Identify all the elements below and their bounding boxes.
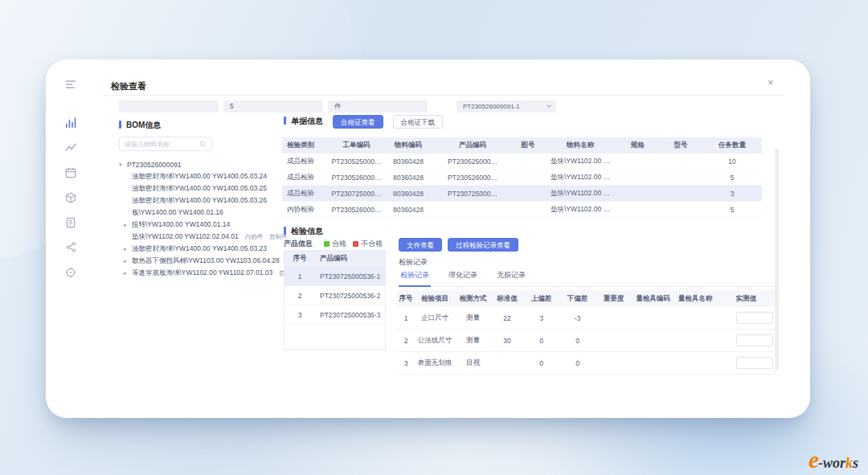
toolbar-field-1[interactable]	[119, 100, 219, 113]
table-row[interactable]: 成品检验PT230725000…80360428PT230725000…垫块\Y…	[282, 186, 762, 202]
scrollbar[interactable]	[775, 149, 779, 371]
line-chart-icon[interactable]	[64, 141, 78, 154]
table-cell: 垫块\YW1102.00 …	[545, 205, 616, 215]
document-section-title: 单据信息	[284, 116, 323, 127]
measured-value-input[interactable]	[736, 357, 773, 369]
toolbar-field-value: 件	[334, 102, 342, 110]
tree-root-label: PT230526000091	[127, 161, 182, 169]
records-tab[interactable]: 无损记录	[495, 270, 527, 286]
document-section-header: 单据信息 合格证查看 合格证下载	[284, 113, 443, 129]
table-row[interactable]: 2PT230725000536-2	[285, 286, 385, 305]
table-cell: PT230725000…	[434, 190, 511, 198]
download-certificate-button[interactable]: 合格证下载	[393, 115, 444, 129]
column-header: 量检具名称	[674, 294, 716, 304]
table-cell: 22	[491, 314, 523, 322]
logo-text: -wor	[818, 455, 845, 471]
tree-item[interactable]: 垫块\YW1102.00 YW1102.02.04.01内协件自制件	[119, 231, 304, 243]
tree-item[interactable]: 油散密封海绵\YW1400.00 YW1400.05.03.24	[119, 170, 304, 182]
target-icon[interactable]	[64, 265, 78, 279]
tree-item-label: 散热器下侧挡风棉\YW1103.00 YW1103.06.04.28	[132, 256, 280, 266]
table-cell: 公法线尺寸	[415, 336, 455, 346]
tree-item[interactable]: 油散密封海绵\YW1400.00 YW1400.05.03.26	[119, 195, 304, 207]
toolbar-field-3[interactable]: 件	[328, 100, 428, 113]
table-cell: 0	[523, 359, 559, 367]
package-icon[interactable]	[64, 190, 78, 204]
column-header: 序号	[397, 294, 415, 304]
table-cell: PT230725000536-3	[315, 311, 383, 319]
document-icon[interactable]	[64, 215, 78, 229]
table-cell: 目视	[455, 358, 491, 368]
records-tabs: 检验记录理化记录无损记录	[399, 270, 774, 287]
table-row[interactable]: 3PT230725000536-3	[285, 305, 385, 325]
toolbar-field-2[interactable]: 5	[223, 100, 323, 113]
chevron-down-icon	[547, 103, 551, 108]
tree-item[interactable]: ▸油散密封海绵\YW1400.00 YW1400.05.03.23	[119, 243, 304, 255]
column-header: 图号	[511, 141, 545, 150]
legend-item: 不合格	[353, 239, 383, 249]
column-header: 检验项目	[415, 294, 455, 304]
column-header: 下偏差	[559, 294, 596, 304]
inspection-buttons: 文件查看 过程检验记录查看	[399, 238, 518, 252]
tree-item[interactable]: ▸等速室底板海绵\YW1102.00 YW1102.07.01.03自制件	[119, 267, 304, 279]
legend-swatch	[353, 241, 358, 247]
table-row[interactable]: 成品检验PT230526000…80360428PT230526000…垫块\Y…	[282, 170, 762, 186]
table-cell: 垫块\YW1102.00 …	[545, 189, 616, 199]
tree-item-label: 等速室底板海绵\YW1102.00 YW1102.07.01.03	[132, 268, 272, 278]
table-cell	[716, 312, 776, 324]
view-certificate-button[interactable]: 合格证查看	[333, 115, 383, 129]
table-row[interactable]: 成品检验PT230525000…80360428PT230525000…垫块\Y…	[282, 154, 762, 170]
column-header: 任务数量	[702, 141, 762, 150]
file-view-button[interactable]: 文件查看	[399, 238, 442, 252]
toolbar-fields: 5件PT230526000091-1	[119, 100, 561, 113]
bar-chart-icon[interactable]	[64, 116, 78, 129]
table-cell: 30	[491, 337, 523, 345]
search-icon	[199, 141, 207, 148]
document-table-header-row: 检验类别工单编码物料编码产品编码图号物料名称规格型号任务数量	[282, 137, 762, 154]
tree-item-tag: 内协件	[245, 233, 264, 241]
column-header: 序号	[285, 254, 315, 264]
table-cell: 80360428	[383, 158, 434, 166]
tree-root-item[interactable]: ▾PT230526000091	[119, 158, 304, 170]
tree-item[interactable]: 板\YW1400.00 YW1400.01.16	[119, 207, 304, 219]
table-row[interactable]: 2公法线尺寸测量3000	[397, 330, 776, 352]
table-cell: 成品检验	[282, 157, 330, 166]
table-cell: 3	[523, 314, 559, 322]
table-row[interactable]: 内协检验PT230526000…80360428垫块\YW1102.00 …5	[282, 202, 762, 218]
records-tab[interactable]: 检验记录	[399, 270, 431, 287]
toolbar-field-4[interactable]: PT230526000091-1	[457, 100, 556, 113]
table-row[interactable]: 1止口尺寸测量223-3	[397, 307, 776, 330]
measured-value-input[interactable]	[736, 334, 773, 346]
app-window: 检验查看 × 5件PT230526000091-1 BOM信息 ▾PT23052…	[46, 59, 810, 418]
table-cell: 内协检验	[282, 205, 330, 215]
caret-right-icon[interactable]: ▸	[124, 258, 132, 264]
tree-item[interactable]: ▸扭转\YW1400.00 YW1400.01.14	[119, 219, 304, 231]
calendar-icon[interactable]	[64, 166, 78, 179]
records-tab[interactable]: 理化记录	[447, 270, 479, 286]
caret-right-icon[interactable]: ▸	[124, 222, 132, 228]
table-cell: 2	[397, 337, 415, 345]
table-row[interactable]: 3表面无划痕目视00	[397, 352, 776, 375]
table-cell: PT230525000…	[330, 158, 383, 166]
material-search-input[interactable]	[125, 141, 199, 148]
tree-item[interactable]: ▸散热器下侧挡风棉\YW1103.00 YW1103.06.04.28内协件	[119, 255, 304, 267]
bom-tree: ▾PT230526000091油散密封海绵\YW1400.00 YW1400.0…	[119, 158, 304, 279]
caret-down-icon[interactable]: ▾	[119, 162, 127, 168]
product-info-header: 产品信息 合格不合格	[284, 239, 389, 249]
share-icon[interactable]	[64, 240, 78, 254]
table-cell: 10	[702, 158, 762, 166]
measured-value-input[interactable]	[736, 312, 773, 324]
product-table: 序号产品编码1PT230725000536-12PT230725000536-2…	[284, 250, 386, 350]
toolbar-field-value: PT230526000091-1	[463, 103, 520, 110]
table-cell: PT230725000536-2	[315, 292, 383, 300]
menu-icon[interactable]	[64, 77, 78, 91]
records-label: 检验记录	[399, 257, 428, 268]
tree-item-label: 油散密封海绵\YW1400.00 YW1400.05.03.24	[132, 172, 267, 182]
caret-right-icon[interactable]: ▸	[124, 270, 132, 276]
process-record-view-button[interactable]: 过程检验记录查看	[448, 238, 518, 252]
table-row[interactable]: 1PT230725000536-1	[285, 267, 385, 286]
column-header: 重要度	[596, 294, 632, 304]
caret-right-icon[interactable]: ▸	[124, 246, 132, 252]
column-header: 规格	[616, 141, 659, 150]
tree-item[interactable]: 油散密封海绵\YW1400.00 YW1400.05.03.25	[119, 182, 304, 195]
close-icon[interactable]: ×	[768, 77, 774, 88]
